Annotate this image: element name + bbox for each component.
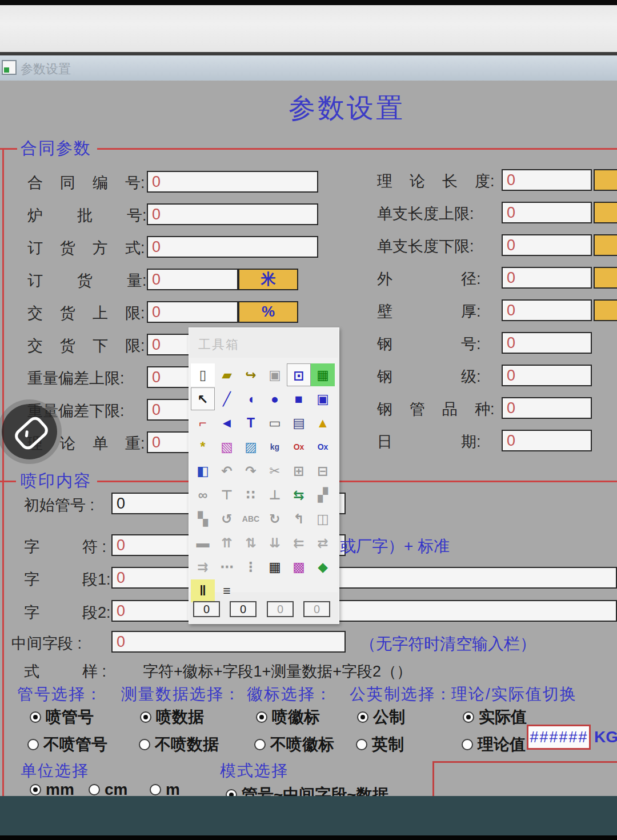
radio-circle[interactable] — [462, 739, 473, 750]
toolbox-input-3[interactable]: 0 — [267, 601, 294, 617]
import-icon[interactable]: ◧ — [191, 459, 215, 482]
radio-circle[interactable] — [356, 739, 367, 750]
arrows-merge-icon[interactable]: ⇄ — [311, 531, 335, 554]
unit-button-right-2[interactable] — [594, 202, 617, 223]
undo-icon[interactable]: ↶ — [215, 459, 239, 482]
toolbox-input-1[interactable]: 0 — [193, 601, 220, 617]
mirror-icon[interactable]: ◫ — [311, 507, 335, 530]
radio-喷管号[interactable]: 喷管号 — [30, 706, 94, 728]
text-tool-icon[interactable]: T — [239, 411, 263, 434]
swap-icon[interactable]: ⇆ — [287, 483, 311, 506]
ogx-icon[interactable]: Ox — [311, 435, 335, 458]
arrows-up-icon[interactable]: ⇈ — [215, 531, 239, 554]
arrows-left-icon[interactable]: ⇇ — [287, 531, 311, 554]
step-icon[interactable]: ▞ — [311, 483, 335, 506]
polyline-tool-icon[interactable]: ▣ — [311, 387, 335, 410]
contract-right-input-6[interactable]: 0 — [502, 332, 592, 354]
kg-icon[interactable]: kg — [263, 435, 287, 458]
cut-icon[interactable]: ✂ — [263, 459, 287, 482]
contract-left-input-1[interactable]: 0 — [147, 171, 318, 193]
arrows-down-icon[interactable]: ⇊ — [263, 531, 287, 554]
radio-circle[interactable] — [27, 739, 39, 750]
stairs-icon[interactable]: ▚ — [191, 507, 215, 530]
dots-v-icon[interactable]: ⋮ — [239, 555, 263, 578]
new-file-icon[interactable]: ▯ — [191, 363, 215, 386]
dots-h-icon[interactable]: ⋯ — [215, 555, 239, 578]
unit-button-right-3[interactable] — [594, 234, 617, 256]
marker-tool-icon[interactable]: ▲ — [311, 411, 335, 434]
radio-公制[interactable]: 公制 — [357, 706, 405, 728]
contract-right-input-2[interactable]: 0 — [502, 202, 592, 223]
print-field-input-3[interactable]: 0 — [111, 567, 617, 589]
open-folder-icon[interactable]: ▰ — [215, 363, 239, 386]
group-icon[interactable]: ∞ — [191, 483, 215, 506]
radio-circle[interactable] — [139, 739, 150, 750]
capsule-tool-icon[interactable]: ▭ — [263, 411, 287, 434]
radio-实际值[interactable]: 实际值 — [463, 706, 527, 728]
arrows-right-icon[interactable]: ⇉ — [191, 555, 215, 578]
contract-right-input-1[interactable]: 0 — [502, 169, 592, 191]
palette-icon[interactable]: ▩ — [287, 555, 311, 578]
radio-circle[interactable] — [150, 784, 161, 795]
contract-left-input-2[interactable]: 0 — [147, 203, 318, 225]
select-cursor-icon[interactable]: ↖ — [191, 387, 215, 410]
radio-不喷管号[interactable]: 不喷管号 — [27, 734, 107, 755]
radio-circle[interactable] — [140, 711, 151, 723]
copy-icon[interactable]: ⊞ — [287, 459, 311, 482]
radio-circle[interactable] — [254, 739, 266, 750]
ellipse-tool-icon[interactable]: ● — [263, 387, 287, 410]
flip-icon[interactable]: ↰ — [287, 507, 311, 530]
ogx-frame-icon[interactable]: Ox — [287, 435, 311, 458]
distribute-icon[interactable]: ∷ — [239, 483, 263, 506]
contract-right-input-5[interactable]: 0 — [502, 299, 592, 321]
unit-button-right-4[interactable] — [594, 267, 617, 289]
contract-right-input-8[interactable]: 0 — [502, 397, 592, 419]
contract-left-input-3[interactable]: 0 — [147, 236, 318, 258]
unit-button-right-1[interactable] — [594, 169, 617, 191]
doc-tool-icon[interactable]: ▤ — [287, 411, 311, 434]
grid-icon[interactable]: ▦ — [263, 555, 287, 578]
radio-circle[interactable] — [256, 711, 267, 723]
print-field-input-4[interactable]: 0 — [111, 600, 617, 622]
color-pick-icon[interactable]: ◆ — [311, 555, 335, 578]
radio-circle[interactable] — [89, 784, 100, 795]
new-template-icon[interactable]: * — [191, 435, 215, 458]
unit-meter-button[interactable]: 米 — [238, 269, 298, 290]
arc-tool-icon[interactable]: ◖ — [239, 387, 263, 410]
contract-right-input-9[interactable]: 0 — [502, 430, 592, 451]
radio-喷数据[interactable]: 喷数据 — [140, 706, 204, 728]
contract-left-input-4[interactable]: 0 — [147, 269, 238, 290]
abc-icon[interactable]: ABC — [239, 507, 263, 530]
percent-button[interactable]: % — [238, 301, 298, 323]
rotate-left-icon[interactable]: ↺ — [215, 507, 239, 530]
radio-circle[interactable] — [30, 711, 41, 723]
radio-英制[interactable]: 英制 — [356, 734, 404, 755]
exit-door-icon[interactable]: ↪ — [239, 363, 263, 386]
barcode-icon[interactable]: ‖ — [191, 579, 215, 602]
save-icon[interactable]: ▣ — [263, 363, 287, 386]
redo-icon[interactable]: ↷ — [239, 459, 263, 482]
align-h-icon[interactable]: ▬ — [191, 531, 215, 554]
paste-icon[interactable]: ⊟ — [311, 459, 335, 482]
toolbox-input-2[interactable]: 0 — [230, 601, 257, 617]
radio-circle[interactable] — [30, 784, 41, 795]
radio-不喷徽标[interactable]: 不喷徽标 — [254, 734, 334, 755]
wedge-tool-icon[interactable]: ◄ — [215, 411, 239, 434]
align-bottom-icon[interactable]: ⊥ — [263, 483, 287, 506]
contract-right-input-4[interactable]: 0 — [502, 267, 592, 289]
image-r-icon[interactable]: ▧ — [215, 435, 239, 458]
preview-icon[interactable]: ⊡ — [287, 363, 311, 386]
unit-button-right-5[interactable] — [594, 299, 617, 321]
rectangle-tool-icon[interactable]: ■ — [287, 387, 311, 410]
radio-circle[interactable] — [357, 711, 368, 723]
lines-icon[interactable]: ≡ — [215, 579, 239, 602]
print-field-input-5[interactable]: 0 — [111, 631, 346, 653]
arrows-updown-icon[interactable]: ⇅ — [239, 531, 263, 554]
theoretical-value-box[interactable]: ###### — [527, 725, 591, 750]
image-h-icon[interactable]: ▨ — [239, 435, 263, 458]
connector-tool-icon[interactable]: ⌐ — [191, 411, 215, 434]
contract-right-input-7[interactable]: 0 — [502, 365, 592, 386]
line-tool-icon[interactable]: ╱ — [215, 387, 239, 410]
align-top-icon[interactable]: ⊤ — [215, 483, 239, 506]
contract-left-input-5[interactable]: 0 — [147, 301, 238, 323]
